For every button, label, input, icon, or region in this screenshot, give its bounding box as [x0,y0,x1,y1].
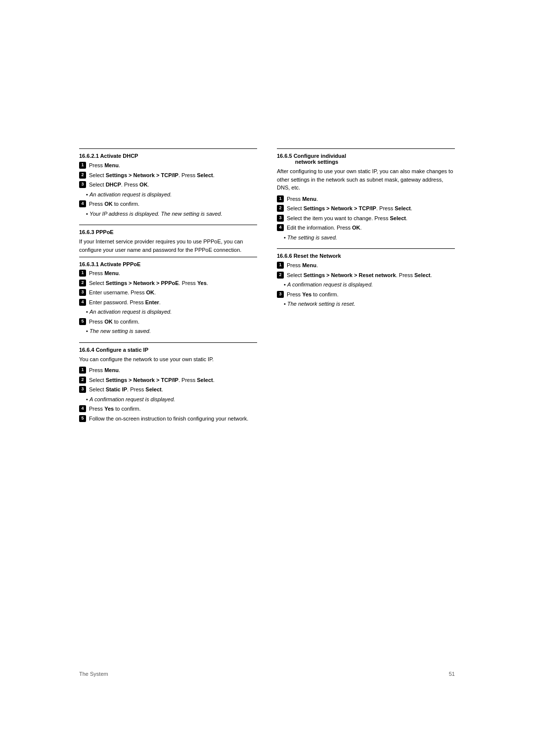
static-step-num-1: 1 [79,367,86,374]
static-step-2: 2 Select Settings > Network > TCP/IP. Pr… [79,376,257,384]
reset-step-num-2: 2 [277,272,284,279]
title-1666: 16.6.6 Reset the Network [277,253,455,259]
cfg-step-num-1: 1 [277,195,284,202]
pppoe-bullet-1: An activation request is displayed. [86,308,257,316]
pppoe-step-num-2: 2 [79,280,86,286]
pppoe-step-num-5: 5 [79,318,86,325]
body-1663: If your Internet service provider requir… [79,237,257,254]
page: 16.6.2.1 Activate DHCP 1 Press Menu. 2 S… [0,0,534,756]
static-step-num-4: 4 [79,405,86,412]
steps-1665: 1 Press Menu. 2 Select Settings > Networ… [277,195,455,232]
static-step-content-2: Select Settings > Network > TCP/IP. Pres… [89,376,257,384]
cfg-step-content-1: Press Menu. [287,195,455,203]
section-1666: 16.6.6 Reset the Network 1 Press Menu. 2… [277,248,455,308]
section-1665: 16.6.5 Configure individual network sett… [277,148,455,241]
static-step-num-2: 2 [79,377,86,383]
pppoe-step-content-1: Press Menu. [89,269,257,278]
left-column: 16.6.2.1 Activate DHCP 1 Press Menu. 2 S… [79,148,257,429]
step-content-4: Press OK to confirm. [89,200,257,208]
title-1663: 16.6.3 PPPoE [79,229,257,235]
pppoe-step-content-5: Press OK to confirm. [89,318,257,326]
steps-1664b: 4 Press Yes to confirm. 5 Follow the on-… [79,405,257,423]
cfg-step-content-4: Edit the information. Press OK. [287,224,455,232]
footer: The System 51 [79,671,455,677]
pppoe-step-num-4: 4 [79,299,86,306]
pppoe-step-content-3: Enter username. Press OK. [89,288,257,297]
right-column: 16.6.5 Configure individual network sett… [277,148,455,429]
static-step-4: 4 Press Yes to confirm. [79,405,257,413]
static-step-num-5: 5 [79,415,86,422]
reset-step-2: 2 Select Settings > Network > Reset netw… [277,271,455,280]
pppoe-step-2: 2 Select Settings > Network > PPPoE. Pre… [79,279,257,287]
static-step-content-4: Press Yes to confirm. [89,405,257,413]
cfg-step-num-2: 2 [277,205,284,212]
steps-1666b: 3 Press Yes to confirm. [277,290,455,299]
divider-16621 [79,148,257,149]
reset-step-3: 3 Press Yes to confirm. [277,290,455,299]
step-1: 1 Press Menu. [79,161,257,170]
footer-left: The System [79,671,108,677]
step-content-2: Select Settings > Network > TCP/IP. Pres… [89,171,257,180]
step-num-3: 3 [79,181,86,188]
pppoe-step-1: 1 Press Menu. [79,269,257,278]
pppoe-step-content-4: Enter password. Press Enter. [89,298,257,307]
bullet-1: An activation request is displayed. [86,190,257,199]
divider-1666 [277,248,455,249]
reset-step-num-3: 3 [277,291,284,298]
static-step-content-1: Press Menu. [89,366,257,375]
section-16621: 16.6.2.1 Activate DHCP 1 Press Menu. 2 S… [79,148,257,218]
section-1664: 16.6.4 Configure a static IP You can con… [79,342,257,423]
pppoe-bullet-2: The new setting is saved. [86,327,257,335]
reset-step-content-3: Press Yes to confirm. [287,290,455,299]
bullet-2: Your IP address is displayed. The new se… [86,210,257,218]
pppoe-step-num-3: 3 [79,289,86,296]
footer-right: 51 [449,671,455,677]
pppoe-step-3: 3 Enter username. Press OK. [79,288,257,297]
body-1664: You can configure the network to use you… [79,355,257,364]
pppoe-step-4: 4 Enter password. Press Enter. [79,298,257,307]
static-step-content-5: Follow the on-screen instruction to fini… [89,415,257,423]
static-step-5: 5 Follow the on-screen instruction to fi… [79,415,257,423]
static-step-num-3: 3 [79,386,86,393]
title-16621: 16.6.2.1 Activate DHCP [79,153,257,159]
steps-16621: 1 Press Menu. 2 Select Settings > Networ… [79,161,257,189]
title-1665: 16.6.5 Configure individual network sett… [277,153,455,165]
section-1663: 16.6.3 PPPoE If your Internet service pr… [79,225,257,335]
body-1665: After configuring to use your own static… [277,167,455,192]
steps-16621b: 4 Press OK to confirm. [79,200,257,208]
cfg-step-1: 1 Press Menu. [277,195,455,203]
title-1664: 16.6.4 Configure a static IP [79,347,257,353]
cfg-step-3: 3 Select the item you want to change. Pr… [277,214,455,223]
cfg-step-content-3: Select the item you want to change. Pres… [287,214,455,223]
cfg-step-num-3: 3 [277,215,284,222]
steps-16631: 1 Press Menu. 2 Select Settings > Networ… [79,269,257,306]
reset-step-1: 1 Press Menu. [277,261,455,270]
cfg-step-2: 2 Select Settings > Network > TCP/IP. Pr… [277,204,455,213]
divider-1665 [277,148,455,149]
cfg-step-num-4: 4 [277,224,284,231]
step-content-1: Press Menu. [89,161,257,170]
cfg-step-content-2: Select Settings > Network > TCP/IP. Pres… [287,204,455,213]
static-step-3: 3 Select Static IP. Press Select. [79,385,257,394]
reset-step-content-1: Press Menu. [287,261,455,270]
step-2: 2 Select Settings > Network > TCP/IP. Pr… [79,171,257,180]
step-content-3: Select DHCP. Press OK. [89,181,257,189]
pppoe-step-num-1: 1 [79,270,86,277]
content-area: 16.6.2.1 Activate DHCP 1 Press Menu. 2 S… [79,0,455,528]
title-16631: 16.6.3.1 Activate PPPoE [79,261,257,267]
step-num-2: 2 [79,172,86,179]
two-column-layout: 16.6.2.1 Activate DHCP 1 Press Menu. 2 S… [79,148,455,429]
reset-step-content-2: Select Settings > Network > Reset networ… [287,271,455,280]
step-3: 3 Select DHCP. Press OK. [79,181,257,189]
pppoe-step-content-2: Select Settings > Network > PPPoE. Press… [89,279,257,287]
step-num-1: 1 [79,162,86,169]
section-16631: 16.6.3.1 Activate PPPoE 1 Press Menu. 2 … [79,257,257,335]
reset-step-num-1: 1 [277,262,284,269]
steps-1664: 1 Press Menu. 2 Select Settings > Networ… [79,366,257,394]
reset-bullet-1: A confirmation request is displayed. [284,281,455,289]
reset-bullet-2: The network setting is reset. [284,300,455,308]
steps-1666: 1 Press Menu. 2 Select Settings > Networ… [277,261,455,279]
divider-16631 [79,257,257,257]
cfg-bullet-1: The setting is saved. [284,234,455,242]
static-bullet-1: A confirmation request is displayed. [86,395,257,404]
